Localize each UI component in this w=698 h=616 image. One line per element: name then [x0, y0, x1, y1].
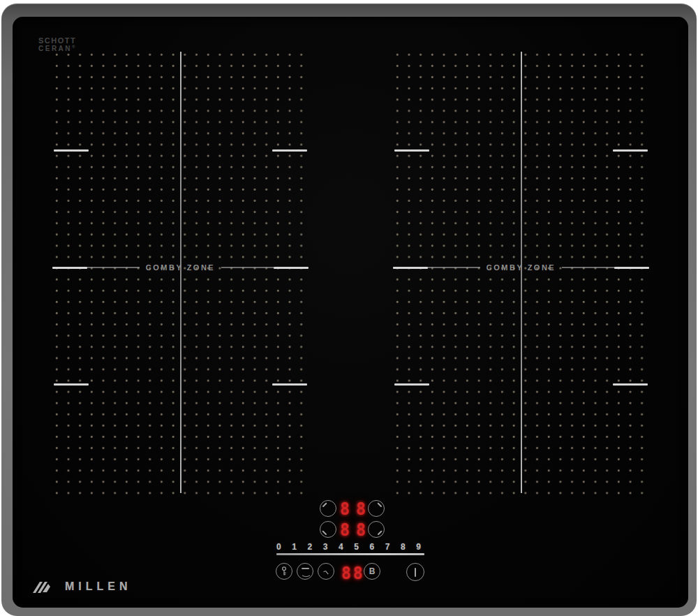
- zone-mark-tick: [394, 149, 429, 152]
- comby-zone-label-left: COMBY ZONE: [140, 263, 221, 272]
- timer-button[interactable]: [318, 563, 334, 580]
- zone-mid-marking: COMBY ZONE: [52, 262, 309, 273]
- boost-button[interactable]: B: [364, 563, 380, 580]
- millen-logo: MILLEN: [31, 579, 132, 594]
- boost-icon: B: [364, 564, 380, 579]
- power-display-front-left: 8: [340, 520, 350, 538]
- timer-display: 88: [341, 564, 365, 582]
- zone-select-front-right-button[interactable]: [368, 521, 385, 538]
- zone-mid-marking: COMBY ZONE: [393, 262, 649, 273]
- millen-logo-text: MILLEN: [65, 580, 132, 593]
- zone-position-mark: [378, 502, 383, 507]
- zone-mark-tick: [272, 149, 307, 152]
- level-1[interactable]: 1: [292, 542, 297, 552]
- level-3[interactable]: 3: [323, 542, 328, 552]
- zone-mark-line: [562, 267, 614, 268]
- power-display-rear-left: 8: [340, 499, 350, 518]
- clock-icon: [318, 564, 334, 579]
- schott-line1: SCHOTT: [38, 38, 76, 44]
- zone-mark-tick: [272, 383, 307, 386]
- cooking-zone-left[interactable]: COMBY ZONE: [52, 49, 309, 496]
- zone-mark-line: [87, 267, 140, 268]
- power-slider-track[interactable]: [276, 553, 424, 555]
- zone-mark-tick: [613, 383, 648, 386]
- power-display-rear-right: 8: [356, 499, 366, 518]
- zone-select-rear-right-button[interactable]: [368, 500, 385, 517]
- pause-button[interactable]: [297, 563, 313, 580]
- zone-mark-line: [428, 267, 480, 268]
- cooking-zone-right[interactable]: COMBY ZONE: [393, 49, 649, 496]
- level-8[interactable]: 8: [401, 542, 406, 552]
- zone-mark-tick: [54, 149, 89, 152]
- level-6[interactable]: 6: [370, 542, 375, 552]
- level-0[interactable]: 0: [276, 542, 281, 552]
- level-9[interactable]: 9: [416, 542, 421, 552]
- zone-select-front-left-button[interactable]: [320, 521, 336, 538]
- level-7[interactable]: 7: [385, 542, 390, 552]
- pause-icon-arc: [301, 569, 311, 577]
- level-2[interactable]: 2: [308, 542, 313, 552]
- level-5[interactable]: 5: [354, 542, 359, 552]
- zone-mark-tick: [394, 383, 429, 386]
- comby-zone-label-right: COMBY ZONE: [480, 263, 562, 272]
- zone-mark-tick: [614, 267, 649, 269]
- power-level-scale: 0 1 2 3 4 5 6 7 8 9: [276, 542, 421, 552]
- zone-mark-tick: [393, 267, 428, 269]
- power-on-off-button[interactable]: [406, 563, 424, 581]
- key-icon: [276, 564, 292, 579]
- zone-mark-tick: [274, 267, 309, 269]
- power-display-front-right: 8: [356, 520, 366, 538]
- power-icon: [415, 568, 416, 577]
- zone-mark-tick: [54, 383, 89, 386]
- zone-position-mark: [322, 502, 327, 507]
- zone-select-rear-left-button[interactable]: [320, 500, 336, 517]
- level-4[interactable]: 4: [339, 542, 343, 552]
- zone-position-mark: [322, 531, 327, 536]
- zone-mark-tick: [613, 149, 648, 152]
- millen-logo-icon: [31, 579, 58, 594]
- zone-mark-tick: [52, 267, 87, 269]
- zone-mark-line: [221, 267, 274, 268]
- child-lock-button[interactable]: [276, 563, 292, 580]
- zone-position-mark: [378, 531, 383, 536]
